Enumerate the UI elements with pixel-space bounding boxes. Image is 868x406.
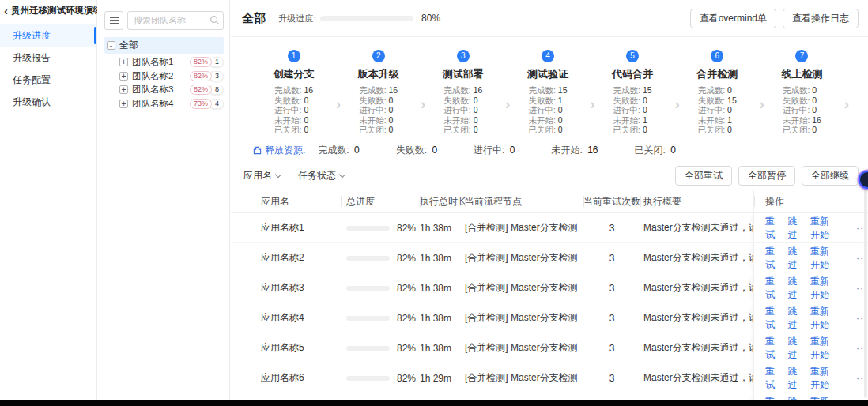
header-button[interactable]: 查看操作日志 xyxy=(783,9,859,28)
page-title-bar: ‹ 贵州迁移测试环境演练 xyxy=(0,0,96,24)
app-name: 应用名称1 xyxy=(231,221,341,235)
step-title: 代码合并 xyxy=(591,67,675,81)
row-duration: 1h 38m xyxy=(420,313,465,324)
row-actions: 重试 跳过 重新开始 ··· xyxy=(753,333,868,363)
expand-icon[interactable]: + xyxy=(119,72,128,81)
step-stats: 完成数: 15 失败数: 0 进行中: 0 未开始: 1 已关闭: 0 xyxy=(613,85,652,135)
retry-link[interactable]: 重试 xyxy=(765,335,779,362)
row-summary: Master分支检测未通过，请合入代码后重试 xyxy=(640,371,753,385)
row-progress: 82% xyxy=(341,313,420,324)
row-actions: 重试 跳过 重新开始 ··· xyxy=(753,363,868,393)
sidebar-item[interactable]: 任务配置 xyxy=(0,69,96,91)
skip-link[interactable]: 跳过 xyxy=(788,245,802,272)
main-panel: 全部 升级进度: 80% 查看overmind单 查看操作日志 1 创建分支 xyxy=(231,0,868,406)
bulk-action-button[interactable]: 全部继续 xyxy=(802,166,859,186)
collapse-icon[interactable]: - xyxy=(107,41,115,50)
row-progress: 82% xyxy=(341,373,420,384)
sidebar-item[interactable]: 升级进度 xyxy=(0,24,96,47)
release-resource-link[interactable]: 释放资源: xyxy=(253,144,305,157)
skip-link[interactable]: 跳过 xyxy=(788,215,802,242)
retry-link[interactable]: 重试 xyxy=(765,365,779,392)
row-progress-percent: 82% xyxy=(397,343,416,354)
expand-icon[interactable]: + xyxy=(119,85,128,94)
retry-link[interactable]: 重试 xyxy=(765,305,779,332)
retry-link[interactable]: 重试 xyxy=(765,275,779,302)
team-percent-badge: 82% xyxy=(190,57,212,67)
row-actions: 重试 跳过 重新开始 ··· xyxy=(753,273,868,303)
retry-link[interactable]: 重试 xyxy=(765,215,779,242)
main-header: 全部 升级进度: 80% 查看overmind单 查看操作日志 xyxy=(231,0,868,37)
step-title: 线上检测 xyxy=(760,67,844,81)
skip-link[interactable]: 跳过 xyxy=(788,275,802,302)
row-progress-percent: 82% xyxy=(397,313,416,324)
bulk-action-button[interactable]: 全部重试 xyxy=(675,166,732,186)
pipeline-step: 7 线上检测 完成数: 0 失败数: 0 进行中: 0 未开始: 16 已关闭:… xyxy=(760,50,844,135)
pipeline-steps: 1 创建分支 完成数: 16 失败数: 0 进行中: 0 未开始: 0 已关闭:… xyxy=(231,37,868,138)
tree-node-team[interactable]: + 团队名称4 73% 4 xyxy=(104,97,224,111)
team-name: 团队名称1 xyxy=(132,56,173,68)
step-number-badge: 2 xyxy=(372,50,385,62)
pipeline-step: 2 版本升级 完成数: 16 失败数: 0 进行中: 0 未开始: 0 已关闭:… xyxy=(336,50,421,135)
step-stats: 完成数: 16 失败数: 0 进行中: 0 未开始: 0 已关闭: 0 xyxy=(443,85,482,135)
sidebar-item[interactable]: 升级报告 xyxy=(0,47,96,69)
step-stats: 完成数: 15 失败数: 1 进行中: 0 未开始: 0 已关闭: 0 xyxy=(528,85,567,135)
scope-label: 全部 xyxy=(242,11,266,26)
sidebar-item[interactable]: 升级确认 xyxy=(0,91,96,113)
tree-node-team[interactable]: + 团队名称3 82% 8 xyxy=(104,83,224,97)
row-progress-bar xyxy=(346,286,390,291)
header-button[interactable]: 查看overmind单 xyxy=(690,9,776,28)
row-progress-percent: 82% xyxy=(397,373,416,384)
row-progress-bar xyxy=(346,346,390,351)
tree-node-team[interactable]: + 团队名称1 82% 1 xyxy=(104,55,224,70)
step-number-badge: 1 xyxy=(288,50,300,62)
row-current-node: [合并检测] Master分支检测 （1m3s） xyxy=(465,281,583,295)
table-row: 应用名称6 82% 1h 29m [合并检测] Master分支检测 （1m5s… xyxy=(231,363,868,393)
row-progress-bar xyxy=(346,256,390,261)
retry-link[interactable]: 重试 xyxy=(765,245,779,272)
pipeline-step: 5 代码合并 完成数: 15 失败数: 0 进行中: 0 未开始: 1 已关闭:… xyxy=(591,50,675,135)
filter-dropdown[interactable]: 应用名 xyxy=(243,169,281,182)
row-retry-count: 3 xyxy=(583,253,640,264)
row-retry-count: 3 xyxy=(583,343,640,354)
row-duration: 1h 38m xyxy=(420,343,465,354)
expand-icon[interactable]: + xyxy=(119,58,128,66)
restart-link[interactable]: 重新开始 xyxy=(810,245,838,272)
release-stat: 进行中: 0 xyxy=(474,144,515,157)
step-stats: 完成数: 0 失败数: 15 进行中: 0 未开始: 1 已关闭: 0 xyxy=(698,85,737,135)
filter-dropdown[interactable]: 任务状态 xyxy=(298,169,345,182)
tree-node-team[interactable]: + 团队名称2 82% 3 xyxy=(104,70,224,84)
release-resource-label: 释放资源: xyxy=(265,144,305,157)
row-summary: Master分支检测未通过，请合入代码后重试 xyxy=(640,341,753,355)
bulk-action-button[interactable]: 全部暂停 xyxy=(738,166,795,186)
row-actions: 重试 跳过 重新开始 ··· xyxy=(753,213,868,242)
table-row: 应用名称2 82% 1h 38m [合并检测] Master分支检测 （1m4s… xyxy=(231,243,868,273)
skip-link[interactable]: 跳过 xyxy=(788,365,802,392)
app-name: 应用名称2 xyxy=(231,251,341,265)
col-header-actions: 操作 xyxy=(753,190,868,212)
restart-link[interactable]: 重新开始 xyxy=(810,305,838,332)
restart-link[interactable]: 重新开始 xyxy=(810,215,838,242)
step-stats: 完成数: 16 失败数: 0 进行中: 0 未开始: 0 已关闭: 0 xyxy=(274,85,313,135)
app-name: 应用名称5 xyxy=(231,341,341,355)
team-percent-badge: 82% xyxy=(190,71,212,81)
step-title: 合并检测 xyxy=(675,67,760,81)
row-progress-bar xyxy=(346,226,390,231)
skip-link[interactable]: 跳过 xyxy=(788,335,802,362)
expand-icon[interactable]: + xyxy=(119,100,128,108)
table-header-row: 应用名 总进度 执行总时长 当前流程节点 当前重试次数 执行概要 操作 xyxy=(231,190,868,213)
team-name: 团队名称4 xyxy=(132,98,173,110)
row-progress: 82% xyxy=(341,223,420,234)
vertical-scrollbar[interactable] xyxy=(864,180,867,398)
chevron-down-icon xyxy=(339,171,345,178)
row-current-node: [合并检测] Master分支检测 （1m3s） xyxy=(465,341,583,355)
back-icon[interactable]: ‹ xyxy=(3,7,9,15)
restart-link[interactable]: 重新开始 xyxy=(810,365,838,392)
hamburger-icon[interactable] xyxy=(104,11,123,30)
restart-link[interactable]: 重新开始 xyxy=(810,335,838,362)
chevron-down-icon xyxy=(275,171,281,178)
skip-link[interactable]: 跳过 xyxy=(788,305,802,332)
step-number-badge: 5 xyxy=(626,50,639,62)
tree-node-all[interactable]: - 全部 xyxy=(104,37,224,54)
row-duration: 1h 38m xyxy=(420,223,465,234)
restart-link[interactable]: 重新开始 xyxy=(810,275,838,302)
